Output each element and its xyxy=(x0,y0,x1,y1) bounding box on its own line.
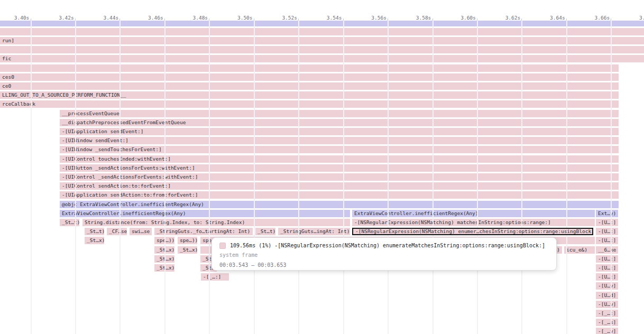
frame-bar[interactable]: -[_…v] xyxy=(596,328,618,334)
frame-bar[interactable]: ExtraViewController.inefficientRegex(Any… xyxy=(60,210,350,217)
flame-graph: run]ficces0ce0LLING_OUT_TO_A_SOURCE0_PER… xyxy=(0,0,644,334)
tooltip-title: 109.56ms (1%) -[NSRegularExpression(NSMa… xyxy=(230,243,545,248)
frame-bar[interactable]: -[U…:] xyxy=(596,264,618,272)
ruler-time-label: 3.48s xyxy=(192,15,208,21)
frame-bar[interactable]: -[UIControl sendAction:to:forEvent:] xyxy=(60,182,619,190)
frame-bar[interactable]: -[UIControl touchesEnded:withEvent:] xyxy=(60,155,619,163)
frame-bar[interactable]: -[UIApplication sendAction:to:from:forEv… xyxy=(60,191,619,199)
gridline xyxy=(209,21,210,334)
gridline xyxy=(388,21,389,334)
ruler-time-label: 3.54s xyxy=(327,15,342,21)
frame-bar[interactable]: spe…)) xyxy=(178,237,197,244)
gridline xyxy=(119,21,121,334)
ruler-tick xyxy=(433,18,433,21)
frame-bar[interactable]: swi…se xyxy=(130,228,152,235)
frame-bar[interactable]: _St…t) xyxy=(255,228,275,235)
frame-bar[interactable]: __dispatchPreprocessedEventFromEventQueu… xyxy=(60,119,619,126)
ruler-tick xyxy=(119,18,120,21)
ruler-tick xyxy=(31,18,31,21)
frame-bar[interactable]: _St…x) xyxy=(178,246,197,254)
frame-bar[interactable] xyxy=(0,28,644,35)
frame-bar[interactable]: rceCallback xyxy=(0,100,619,108)
frame-bar[interactable]: Ext…y) xyxy=(596,210,618,217)
frame-bar[interactable]: -[U…v] xyxy=(596,282,618,290)
frame-bar[interactable]: ce0 xyxy=(0,82,619,90)
frame-bar[interactable]: ces0 xyxy=(0,73,619,81)
ruler-tick xyxy=(521,18,522,21)
frame-bar[interactable]: _St…t) xyxy=(85,228,104,235)
frame-color-swatch xyxy=(219,243,226,249)
ruler-time-label: 3.44s xyxy=(104,15,119,21)
tooltip-title-row: 109.56ms (1%) -[NSRegularExpression(NSMa… xyxy=(219,242,549,249)
frame-bar[interactable]: -[U…:] xyxy=(596,273,618,281)
gridline xyxy=(31,21,32,334)
gridline xyxy=(254,21,255,334)
frame-bar[interactable]: -[U…:] xyxy=(596,237,618,244)
frame-bar[interactable]: fic xyxy=(0,55,644,62)
frame-bar[interactable] xyxy=(0,46,644,53)
frame-bar[interactable]: LLING_OUT_TO_A_SOURCE0_PERFORM_FUNCTION_… xyxy=(0,91,619,99)
frame-bar[interactable]: -[_…:] xyxy=(201,273,229,281)
ruler-time-label: 3.40s xyxy=(14,15,30,21)
frame-bar[interactable]: icu_e&) xyxy=(564,246,595,254)
frame-bar[interactable]: -[UIWindow sendEvent:] xyxy=(60,137,619,144)
gridline xyxy=(75,21,76,334)
frame-bar[interactable]: -[UIApplication sendEvent:] xyxy=(60,128,619,135)
ruler-time-label: 3.46s xyxy=(148,15,163,21)
time-ruler[interactable]: 3.40s3.42s3.44s3.46s3.48s3.50s3.52s3.54s… xyxy=(0,0,644,21)
frame-bar[interactable]: __processEventQueue xyxy=(60,110,619,117)
tooltip-time-range: 00:03.543 — 00:03.653 xyxy=(219,262,549,269)
frame-bar[interactable]: -[UIButton _sendActionsForEvents:withEve… xyxy=(60,164,619,172)
frame-bar[interactable]: String.distance(from: String.Index, to: … xyxy=(82,219,350,226)
gridline xyxy=(298,21,299,334)
ruler-time-label: 3.64s xyxy=(550,15,565,21)
frame-bar[interactable] xyxy=(0,64,619,72)
ruler-time-label: 3.62s xyxy=(505,15,521,21)
ruler-tick xyxy=(611,18,611,21)
gridline xyxy=(477,21,478,334)
frame-bar[interactable]: _St…x) xyxy=(85,237,104,244)
gridline xyxy=(611,21,612,334)
ruler-time-label: 3.42s xyxy=(59,15,74,21)
frame-bar[interactable]: -[UIControl _sendActionsForEvents:withEv… xyxy=(60,173,619,181)
selected-frame-bar[interactable]: -[NSRegularExpression(NSMatching) enumer… xyxy=(352,228,593,235)
gridline xyxy=(164,21,165,334)
frame-bar[interactable]: -[U…v] xyxy=(596,301,618,308)
frame-bar[interactable]: _CF…se xyxy=(107,228,127,235)
ruler-time-label: 3.68s xyxy=(639,15,644,21)
ruler-time-label: 3.66s xyxy=(595,15,610,21)
ruler-tick xyxy=(75,18,76,21)
frame-bar[interactable]: run] xyxy=(0,37,644,44)
tooltip-subtitle: system frame xyxy=(219,252,549,259)
frame-bar[interactable]: -[U…d] xyxy=(596,292,618,299)
frame-bar[interactable] xyxy=(0,21,644,26)
frame-bar[interactable]: _StringGuts…ingAt: Int) xyxy=(278,228,350,235)
ruler-time-label: 3.58s xyxy=(416,15,431,21)
ruler-tick xyxy=(566,18,567,21)
frame-bar[interactable]: @objc ExtraViewController.inefficientReg… xyxy=(60,201,619,208)
frame-bar[interactable]: _StringGuts._fo…tartingAt: Int) xyxy=(154,228,253,235)
ruler-time-label: 3.60s xyxy=(461,15,476,21)
frame-bar[interactable]: -[_…s] xyxy=(596,319,618,326)
gridline xyxy=(343,21,344,334)
frame-bar[interactable]: _St…t) xyxy=(60,219,79,226)
ruler-time-label: 3.52s xyxy=(282,15,297,21)
frame-tooltip: 109.56ms (1%) -[NSRegularExpression(NSMa… xyxy=(211,237,557,271)
frame-bar[interactable]: -[_…:] xyxy=(596,310,618,317)
ruler-tick xyxy=(298,18,299,21)
frame-bar[interactable]: -[U…:] xyxy=(596,219,618,226)
gridline xyxy=(521,21,522,334)
ruler-time-label: 3.50s xyxy=(237,15,253,21)
ruler-tick xyxy=(209,18,209,21)
ruler-tick xyxy=(164,18,165,21)
gridline xyxy=(566,21,567,334)
frame-bar[interactable]: __6…ke xyxy=(596,246,618,254)
frame-bar[interactable]: -[U…:] xyxy=(596,228,618,235)
frame-bar[interactable]: -[UIWindow _sendTouchesForEvent:] xyxy=(60,146,619,153)
ruler-time-label: 3.56s xyxy=(371,15,387,21)
ruler-tick xyxy=(254,18,254,21)
gridline xyxy=(433,21,434,334)
ruler-tick xyxy=(477,18,477,21)
ruler-tick xyxy=(343,18,344,21)
frame-bar[interactable]: -[U…:] xyxy=(596,255,618,263)
